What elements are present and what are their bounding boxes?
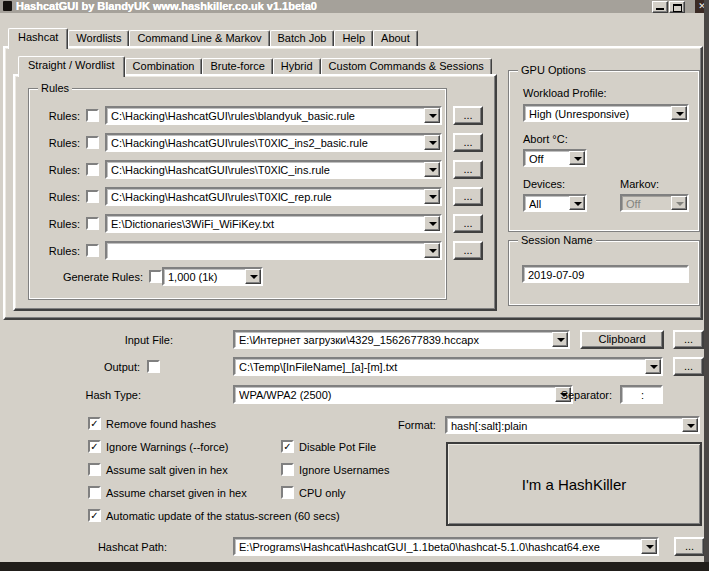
output-browse-button[interactable]: ... (673, 357, 704, 376)
ignore-usernames-checkbox[interactable] (281, 463, 294, 476)
hashkiller-button[interactable]: I'm a HashKiller (446, 442, 702, 526)
rules-path-combo[interactable]: C:\Hacking\HashcatGUI\rules\T0XlC_rep.ru… (105, 187, 442, 206)
subtab-brute-force[interactable]: Brute-force (202, 58, 272, 74)
workload-profile-combo[interactable]: High (Unresponsive) (523, 104, 689, 122)
dropdown-arrow-button[interactable] (424, 135, 440, 150)
attack-mode-tab-strip: Straight / Wordlist Combination Brute-fo… (18, 56, 492, 77)
ignore-warnings-checkbox[interactable]: ✓ (88, 440, 101, 453)
dropdown-arrow-button[interactable] (424, 108, 440, 123)
tab-help[interactable]: Help (334, 30, 373, 46)
rules-path-combo[interactable]: E:\Dictionaries\3WiFi_WiFiKey.txt (105, 214, 442, 233)
hash-type-combo[interactable]: WPA/WPA2 (2500) (233, 385, 573, 404)
separator-input[interactable]: : (620, 385, 663, 404)
devices-combo[interactable]: All (523, 194, 587, 212)
rules-browse-button[interactable]: ... (453, 241, 483, 260)
dropdown-arrow-button[interactable] (569, 151, 585, 165)
auto-update-status-checkbox[interactable]: ✓ (88, 509, 101, 522)
session-name-input[interactable]: 2019-07-09 (522, 265, 689, 283)
chevron-down-icon (429, 195, 437, 199)
hashcat-path-browse-button[interactable]: ... (674, 537, 705, 556)
disable-pot-file-checkbox[interactable]: ✓ (281, 440, 294, 453)
input-file-value: E:\Интернет загрузки\4329_1562677839.hcc… (239, 333, 551, 347)
chevron-down-icon (574, 157, 582, 161)
abort-temp-combo[interactable]: Off (523, 149, 587, 167)
subtab-combination[interactable]: Combination (125, 58, 203, 74)
format-value: hash[:salt]:plain (451, 419, 681, 433)
rules-path-combo[interactable] (105, 241, 442, 260)
chevron-down-icon (429, 168, 437, 172)
dropdown-arrow-button[interactable] (641, 539, 657, 554)
rules-checkbox[interactable] (86, 190, 99, 203)
subtab-straight-wordlist[interactable]: Straight / Wordlist (18, 56, 125, 77)
abort-temp-value: Off (529, 152, 568, 166)
dropdown-arrow-button[interactable] (424, 216, 440, 231)
dropdown-arrow-button[interactable] (671, 106, 687, 120)
clipboard-button[interactable]: Clipboard (580, 330, 664, 349)
minimize-button[interactable] (652, 1, 668, 13)
assume-salt-hex-checkbox[interactable] (88, 463, 101, 476)
tab-batch-job[interactable]: Batch Job (270, 30, 335, 46)
workload-profile-label: Workload Profile: (523, 87, 607, 100)
assume-charset-hex-checkbox[interactable] (88, 486, 101, 499)
cpu-only-checkbox[interactable] (281, 486, 294, 499)
input-file-combo[interactable]: E:\Интернет загрузки\4329_1562677839.hcc… (233, 330, 570, 349)
output-checkbox[interactable] (147, 360, 160, 373)
format-combo[interactable]: hash[:salt]:plain (445, 416, 700, 434)
rules-checkbox[interactable] (86, 244, 99, 257)
chevron-down-icon (687, 424, 695, 428)
window-title: HashcatGUI by BlandyUK www.hashkiller.co… (16, 0, 317, 12)
tab-wordlists[interactable]: Wordlists (68, 30, 129, 46)
subtab-custom-commands-sessions[interactable]: Custom Commands & Sessions (321, 58, 492, 74)
subtab-hybrid[interactable]: Hybrid (273, 58, 321, 74)
dropdown-arrow-button[interactable] (424, 189, 440, 204)
chevron-down-icon (557, 338, 565, 342)
chevron-down-icon (574, 202, 582, 206)
maximize-button[interactable] (669, 1, 685, 13)
remove-found-hashes-checkbox[interactable]: ✓ (88, 417, 101, 430)
tab-command-line-markov[interactable]: Command Line & Markov (129, 30, 269, 46)
rules-checkbox[interactable] (86, 136, 99, 149)
rules-browse-button[interactable]: ... (453, 187, 483, 206)
hash-type-value: WPA/WPA2 (2500) (239, 388, 554, 402)
tab-hashcat[interactable]: Hashcat (8, 28, 68, 49)
rules-browse-button[interactable]: ... (453, 106, 483, 125)
dropdown-arrow-button[interactable] (682, 418, 698, 432)
chevron-down-icon (429, 222, 437, 226)
gpu-options-group: GPU Options Workload Profile: High (Unre… (508, 70, 700, 232)
hashcat-path-row: Hashcat Path: E:\Programs\Hashcat\Hashca… (0, 537, 709, 556)
rules-path-combo[interactable]: C:\Hacking\HashcatGUI\rules\T0XlC_ins.ru… (105, 160, 442, 179)
title-bar: HashcatGUI by BlandyUK www.hashkiller.co… (0, 0, 704, 13)
dropdown-arrow-button[interactable] (424, 162, 440, 177)
hashcat-path-combo[interactable]: E:\Programs\Hashcat\HashcatGUI_1.1beta0\… (233, 537, 659, 556)
rules-browse-button[interactable]: ... (453, 133, 483, 152)
dropdown-arrow-button[interactable] (569, 196, 585, 210)
rules-path-combo[interactable]: C:\Hacking\HashcatGUI\rules\blandyuk_bas… (105, 106, 442, 125)
input-file-browse-button[interactable]: ... (673, 330, 704, 349)
chevron-down-icon (676, 202, 684, 206)
rules-browse-button[interactable]: ... (453, 160, 483, 179)
separator-label: Separator: (545, 389, 612, 402)
maximize-icon (673, 4, 682, 12)
rules-browse-button[interactable]: ... (453, 214, 483, 233)
gpu-options-group-label: GPU Options (518, 64, 589, 77)
dropdown-arrow-button[interactable] (645, 359, 661, 374)
assume-salt-hex-label: Assume salt given in hex (106, 464, 228, 477)
generate-rules-row: Generate Rules: 1,000 (1k) (0, 267, 500, 286)
output-combo[interactable]: C:\Temp\[InFileName]_[a]-[m].txt (233, 357, 663, 376)
rules-checkbox[interactable] (86, 163, 99, 176)
hashcat-path-label: Hashcat Path: (60, 541, 167, 554)
tab-about[interactable]: About (373, 30, 418, 46)
generate-rules-value: 1,000 (1k) (168, 270, 244, 284)
session-name-value: 2019-07-09 (528, 268, 685, 282)
dropdown-arrow-button (671, 196, 687, 210)
rules-checkbox[interactable] (86, 217, 99, 230)
generate-rules-combo[interactable]: 1,000 (1k) (162, 267, 263, 286)
dropdown-arrow-button[interactable] (424, 243, 440, 258)
chevron-down-icon (429, 114, 437, 118)
generate-rules-checkbox[interactable] (149, 270, 162, 283)
dropdown-arrow-button[interactable] (552, 332, 568, 347)
format-label: Format: (398, 419, 436, 432)
dropdown-arrow-button[interactable] (245, 269, 261, 284)
rules-checkbox[interactable] (86, 109, 99, 122)
rules-path-combo[interactable]: C:\Hacking\HashcatGUI\rules\T0XlC_ins2_b… (105, 133, 442, 152)
